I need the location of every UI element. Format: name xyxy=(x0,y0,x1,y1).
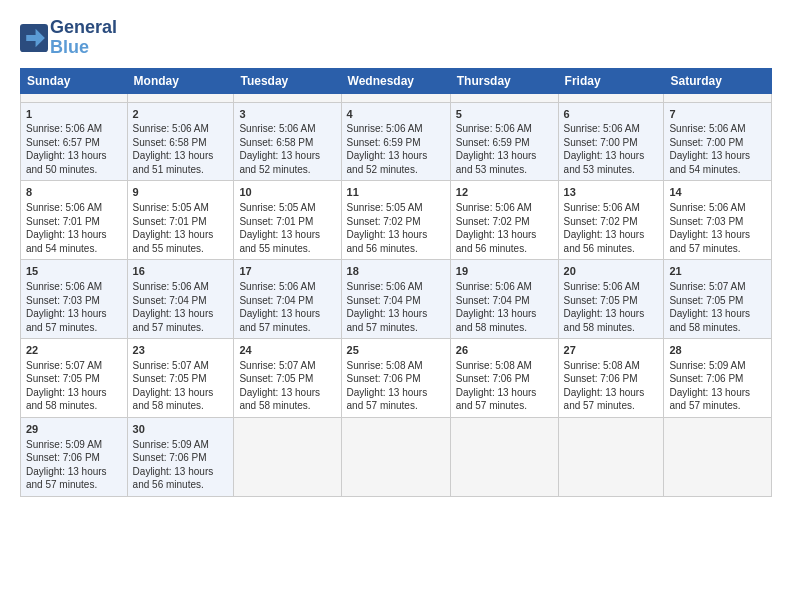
col-sunday: Sunday xyxy=(21,68,128,93)
day-number: 14 xyxy=(669,185,766,200)
table-row: 6Sunrise: 5:06 AMSunset: 7:00 PMDaylight… xyxy=(558,102,664,181)
col-tuesday: Tuesday xyxy=(234,68,341,93)
table-row: 22Sunrise: 5:07 AMSunset: 7:05 PMDayligh… xyxy=(21,339,128,418)
logo: General Blue xyxy=(20,18,117,58)
day-number: 5 xyxy=(456,107,553,122)
col-thursday: Thursday xyxy=(450,68,558,93)
day-info: Sunrise: 5:06 AMSunset: 7:04 PMDaylight:… xyxy=(347,281,428,333)
table-row xyxy=(127,93,234,102)
day-number: 6 xyxy=(564,107,659,122)
day-number: 19 xyxy=(456,264,553,279)
calendar-table: Sunday Monday Tuesday Wednesday Thursday… xyxy=(20,68,772,497)
day-info: Sunrise: 5:06 AMSunset: 7:00 PMDaylight:… xyxy=(669,123,750,175)
logo-text: General Blue xyxy=(50,18,117,58)
table-row: 3Sunrise: 5:06 AMSunset: 6:58 PMDaylight… xyxy=(234,102,341,181)
day-number: 10 xyxy=(239,185,335,200)
day-info: Sunrise: 5:08 AMSunset: 7:06 PMDaylight:… xyxy=(456,360,537,412)
day-info: Sunrise: 5:06 AMSunset: 7:05 PMDaylight:… xyxy=(564,281,645,333)
day-number: 30 xyxy=(133,422,229,437)
table-row: 23Sunrise: 5:07 AMSunset: 7:05 PMDayligh… xyxy=(127,339,234,418)
day-number: 26 xyxy=(456,343,553,358)
day-info: Sunrise: 5:06 AMSunset: 7:02 PMDaylight:… xyxy=(564,202,645,254)
day-info: Sunrise: 5:07 AMSunset: 7:05 PMDaylight:… xyxy=(133,360,214,412)
day-info: Sunrise: 5:07 AMSunset: 7:05 PMDaylight:… xyxy=(669,281,750,333)
table-row xyxy=(664,93,772,102)
day-info: Sunrise: 5:09 AMSunset: 7:06 PMDaylight:… xyxy=(26,439,107,491)
page: General Blue Sunday Monday Tuesday Wedne… xyxy=(0,0,792,612)
table-row: 1Sunrise: 5:06 AMSunset: 6:57 PMDaylight… xyxy=(21,102,128,181)
table-row xyxy=(558,93,664,102)
table-row xyxy=(234,93,341,102)
day-number: 16 xyxy=(133,264,229,279)
day-number: 11 xyxy=(347,185,445,200)
day-number: 24 xyxy=(239,343,335,358)
table-row: 12Sunrise: 5:06 AMSunset: 7:02 PMDayligh… xyxy=(450,181,558,260)
calendar-week-row: 1Sunrise: 5:06 AMSunset: 6:57 PMDaylight… xyxy=(21,102,772,181)
day-info: Sunrise: 5:06 AMSunset: 6:58 PMDaylight:… xyxy=(239,123,320,175)
table-row: 11Sunrise: 5:05 AMSunset: 7:02 PMDayligh… xyxy=(341,181,450,260)
day-number: 21 xyxy=(669,264,766,279)
day-info: Sunrise: 5:06 AMSunset: 7:04 PMDaylight:… xyxy=(239,281,320,333)
table-row xyxy=(234,417,341,496)
day-number: 29 xyxy=(26,422,122,437)
col-friday: Friday xyxy=(558,68,664,93)
day-info: Sunrise: 5:06 AMSunset: 7:04 PMDaylight:… xyxy=(456,281,537,333)
day-number: 8 xyxy=(26,185,122,200)
day-info: Sunrise: 5:09 AMSunset: 7:06 PMDaylight:… xyxy=(133,439,214,491)
day-number: 2 xyxy=(133,107,229,122)
table-row: 5Sunrise: 5:06 AMSunset: 6:59 PMDaylight… xyxy=(450,102,558,181)
table-row: 25Sunrise: 5:08 AMSunset: 7:06 PMDayligh… xyxy=(341,339,450,418)
table-row: 21Sunrise: 5:07 AMSunset: 7:05 PMDayligh… xyxy=(664,260,772,339)
table-row: 28Sunrise: 5:09 AMSunset: 7:06 PMDayligh… xyxy=(664,339,772,418)
table-row: 14Sunrise: 5:06 AMSunset: 7:03 PMDayligh… xyxy=(664,181,772,260)
table-row: 27Sunrise: 5:08 AMSunset: 7:06 PMDayligh… xyxy=(558,339,664,418)
day-number: 20 xyxy=(564,264,659,279)
calendar-week-row xyxy=(21,93,772,102)
day-info: Sunrise: 5:06 AMSunset: 7:03 PMDaylight:… xyxy=(669,202,750,254)
day-number: 1 xyxy=(26,107,122,122)
table-row xyxy=(341,93,450,102)
day-number: 22 xyxy=(26,343,122,358)
table-row: 8Sunrise: 5:06 AMSunset: 7:01 PMDaylight… xyxy=(21,181,128,260)
table-row: 4Sunrise: 5:06 AMSunset: 6:59 PMDaylight… xyxy=(341,102,450,181)
table-row: 9Sunrise: 5:05 AMSunset: 7:01 PMDaylight… xyxy=(127,181,234,260)
day-info: Sunrise: 5:08 AMSunset: 7:06 PMDaylight:… xyxy=(347,360,428,412)
day-info: Sunrise: 5:06 AMSunset: 6:59 PMDaylight:… xyxy=(347,123,428,175)
day-number: 27 xyxy=(564,343,659,358)
table-row: 20Sunrise: 5:06 AMSunset: 7:05 PMDayligh… xyxy=(558,260,664,339)
table-row: 19Sunrise: 5:06 AMSunset: 7:04 PMDayligh… xyxy=(450,260,558,339)
col-wednesday: Wednesday xyxy=(341,68,450,93)
day-number: 28 xyxy=(669,343,766,358)
day-info: Sunrise: 5:06 AMSunset: 7:03 PMDaylight:… xyxy=(26,281,107,333)
table-row: 16Sunrise: 5:06 AMSunset: 7:04 PMDayligh… xyxy=(127,260,234,339)
table-row: 17Sunrise: 5:06 AMSunset: 7:04 PMDayligh… xyxy=(234,260,341,339)
table-row: 7Sunrise: 5:06 AMSunset: 7:00 PMDaylight… xyxy=(664,102,772,181)
header: General Blue xyxy=(20,18,772,58)
table-row: 13Sunrise: 5:06 AMSunset: 7:02 PMDayligh… xyxy=(558,181,664,260)
table-row xyxy=(664,417,772,496)
calendar-week-row: 22Sunrise: 5:07 AMSunset: 7:05 PMDayligh… xyxy=(21,339,772,418)
table-row: 30Sunrise: 5:09 AMSunset: 7:06 PMDayligh… xyxy=(127,417,234,496)
table-row: 15Sunrise: 5:06 AMSunset: 7:03 PMDayligh… xyxy=(21,260,128,339)
col-saturday: Saturday xyxy=(664,68,772,93)
table-row xyxy=(558,417,664,496)
table-row xyxy=(450,93,558,102)
calendar-header-row: Sunday Monday Tuesday Wednesday Thursday… xyxy=(21,68,772,93)
day-info: Sunrise: 5:08 AMSunset: 7:06 PMDaylight:… xyxy=(564,360,645,412)
table-row: 10Sunrise: 5:05 AMSunset: 7:01 PMDayligh… xyxy=(234,181,341,260)
calendar-week-row: 29Sunrise: 5:09 AMSunset: 7:06 PMDayligh… xyxy=(21,417,772,496)
day-number: 9 xyxy=(133,185,229,200)
day-info: Sunrise: 5:05 AMSunset: 7:01 PMDaylight:… xyxy=(133,202,214,254)
day-info: Sunrise: 5:05 AMSunset: 7:02 PMDaylight:… xyxy=(347,202,428,254)
day-number: 13 xyxy=(564,185,659,200)
col-monday: Monday xyxy=(127,68,234,93)
day-info: Sunrise: 5:09 AMSunset: 7:06 PMDaylight:… xyxy=(669,360,750,412)
day-number: 25 xyxy=(347,343,445,358)
table-row xyxy=(21,93,128,102)
logo-icon xyxy=(20,24,48,52)
calendar-week-row: 15Sunrise: 5:06 AMSunset: 7:03 PMDayligh… xyxy=(21,260,772,339)
day-info: Sunrise: 5:07 AMSunset: 7:05 PMDaylight:… xyxy=(239,360,320,412)
day-info: Sunrise: 5:05 AMSunset: 7:01 PMDaylight:… xyxy=(239,202,320,254)
day-number: 23 xyxy=(133,343,229,358)
day-info: Sunrise: 5:06 AMSunset: 6:59 PMDaylight:… xyxy=(456,123,537,175)
